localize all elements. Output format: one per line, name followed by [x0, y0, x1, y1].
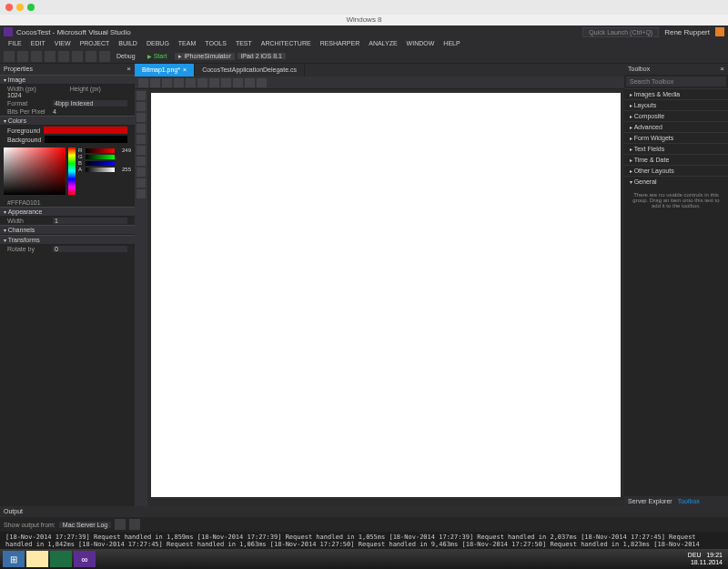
a-slider[interactable] [86, 168, 115, 172]
tab-close-icon[interactable]: × [183, 64, 187, 76]
panel-close-icon[interactable]: × [126, 64, 131, 75]
tab-server-explorer[interactable]: Server Explorer [628, 498, 672, 504]
toolbox-cat-layouts[interactable]: Layouts [624, 99, 728, 110]
group-transforms[interactable]: Transforms [0, 235, 135, 245]
menu-edit[interactable]: EDIT [26, 38, 50, 49]
menu-team[interactable]: TEAM [174, 38, 200, 49]
taskbar-explorer-icon[interactable] [26, 551, 48, 567]
pencil-tool-icon[interactable] [136, 102, 146, 111]
menu-architecture[interactable]: ARCHITECTURE [257, 38, 316, 49]
foreground-swatch[interactable] [44, 127, 127, 134]
canvas-viewport[interactable] [147, 89, 624, 506]
output-source-dropdown[interactable]: Mac Server Log [59, 522, 111, 528]
rotate-icon[interactable] [221, 78, 231, 87]
ruler-icon[interactable] [174, 78, 184, 87]
menu-analyze[interactable]: ANALYZE [364, 38, 401, 49]
tab-delegate[interactable]: CocosTestApplicationDelegate.cs [195, 64, 305, 76]
eraser-tool-icon[interactable] [136, 124, 146, 133]
save-all-icon[interactable] [72, 51, 83, 62]
group-appearance[interactable]: Appearance [0, 207, 135, 217]
zoom-tool-icon[interactable] [150, 78, 160, 87]
toolbox-cat-composite[interactable]: Composite [624, 110, 728, 121]
nav-forward-icon[interactable] [17, 51, 28, 62]
toolbox-cat-text[interactable]: Text Fields [624, 143, 728, 154]
minimize-icon[interactable] [16, 4, 24, 11]
toolbox-search-input[interactable]: Search Toolbox [626, 76, 726, 86]
rotate-value[interactable]: 0 [53, 246, 127, 252]
pointer-tool-icon[interactable] [138, 78, 148, 87]
text-tool-icon[interactable] [136, 189, 146, 198]
user-avatar-icon[interactable] [715, 27, 724, 36]
tab-bitmap[interactable]: Bitmap1.png*× [135, 64, 195, 76]
g-slider[interactable] [86, 155, 115, 159]
new-project-icon[interactable] [31, 51, 42, 62]
select-tool-icon[interactable] [136, 91, 146, 100]
menu-tools[interactable]: TOOLS [200, 38, 231, 49]
resize-icon[interactable] [245, 78, 255, 87]
eyedropper-tool-icon[interactable] [136, 146, 146, 155]
start-button[interactable]: ⊞ [3, 551, 25, 567]
redo-icon[interactable] [99, 51, 110, 62]
width-value[interactable]: 1024 [7, 92, 22, 98]
menu-file[interactable]: FILE [4, 38, 26, 49]
platform-dropdown[interactable]: ▸ iPhoneSimulator [175, 53, 234, 60]
tab-toolbox[interactable]: Toolbox [678, 498, 700, 504]
config-dropdown[interactable]: Debug [113, 53, 139, 59]
user-name[interactable]: Rene Ruppert [664, 28, 710, 36]
toolbox-cat-images[interactable]: Images & Media [624, 88, 728, 99]
maximize-icon[interactable] [27, 4, 35, 11]
ellipse-tool-icon[interactable] [136, 178, 146, 188]
brush-tool-icon[interactable] [136, 113, 146, 122]
crop-icon[interactable] [233, 78, 243, 87]
group-colors[interactable]: Colors [0, 116, 135, 126]
r-slider[interactable] [86, 148, 115, 153]
appearance-width-value[interactable]: 1 [53, 218, 127, 224]
menu-build[interactable]: BUILD [114, 38, 142, 49]
menu-resharper[interactable]: RESHARPER [316, 38, 365, 49]
more-icon[interactable] [257, 78, 267, 87]
group-channels[interactable]: Channels [0, 225, 135, 235]
tray-lang[interactable]: DEU [688, 552, 702, 558]
undo-icon[interactable] [86, 51, 96, 62]
menu-test[interactable]: TEST [231, 38, 257, 49]
menu-debug[interactable]: DEBUG [142, 38, 174, 49]
a-value[interactable]: 255 [116, 167, 131, 172]
fill-tool-icon[interactable] [136, 135, 146, 144]
group-image[interactable]: Image [0, 75, 135, 85]
menu-help[interactable]: HELP [439, 38, 464, 49]
menu-window[interactable]: WINDOW [402, 38, 440, 49]
flip-v-icon[interactable] [209, 78, 219, 87]
system-tray[interactable]: DEU 19:21 18.11.2014 [688, 552, 726, 565]
format-dropdown[interactable]: 4bpp Indexed [53, 100, 127, 107]
quick-launch-input[interactable]: Quick Launch (Ctrl+Q) [582, 27, 659, 37]
panel-close-icon[interactable]: × [720, 64, 724, 75]
saturation-picker[interactable] [4, 147, 66, 195]
taskbar-vs-icon[interactable]: ∞ [74, 551, 96, 567]
b-slider[interactable] [86, 161, 115, 166]
toolbox-cat-other[interactable]: Other Layouts [624, 165, 728, 176]
save-icon[interactable] [58, 51, 69, 62]
grid-icon[interactable] [162, 78, 172, 87]
device-dropdown[interactable]: iPad 2 iOS 8.1 [238, 53, 286, 59]
close-icon[interactable] [5, 4, 13, 11]
toolbox-cat-advanced[interactable]: Advanced [624, 121, 728, 132]
hex-value[interactable]: #FFFA0101 [0, 198, 135, 207]
start-debug-button[interactable]: Start [142, 53, 173, 59]
background-swatch[interactable] [45, 136, 127, 143]
snap-icon[interactable] [186, 78, 196, 87]
menu-view[interactable]: VIEW [50, 38, 76, 49]
line-tool-icon[interactable] [136, 157, 146, 166]
bitmap-canvas[interactable] [151, 93, 621, 497]
flip-h-icon[interactable] [197, 78, 207, 87]
taskbar-excel-icon[interactable] [50, 551, 72, 567]
rect-tool-icon[interactable] [136, 168, 146, 177]
toggle-wrap-icon[interactable] [129, 519, 140, 530]
toolbox-cat-time[interactable]: Time & Date [624, 154, 728, 165]
r-value[interactable]: 249 [116, 147, 131, 153]
menu-project[interactable]: PROJECT [76, 38, 115, 49]
open-icon[interactable] [45, 51, 56, 62]
toolbox-cat-form[interactable]: Form Widgets [624, 132, 728, 143]
toolbox-cat-general[interactable]: General [624, 176, 728, 187]
clear-output-icon[interactable] [115, 519, 126, 530]
nav-back-icon[interactable] [4, 51, 15, 62]
